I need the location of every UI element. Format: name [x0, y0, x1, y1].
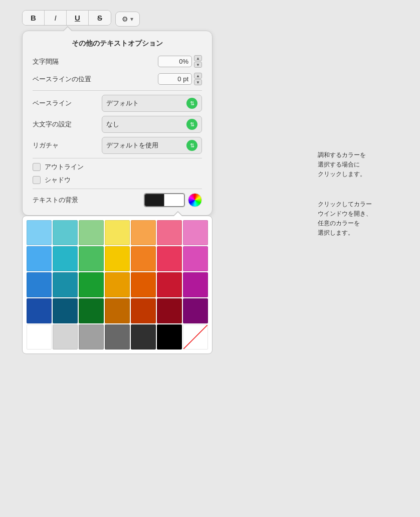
color-cell[interactable] — [27, 246, 52, 271]
color-cell[interactable] — [183, 220, 208, 245]
ligature-label: リガチャ — [33, 141, 59, 150]
character-spacing-row: 文字間隔 ▲ ▼ — [33, 55, 202, 68]
color-cell[interactable] — [27, 272, 52, 297]
capitalization-dropdown[interactable]: なし ⇅ — [102, 116, 202, 133]
panel-title: その他のテキストオプション — [33, 39, 202, 48]
color-cell[interactable] — [157, 272, 182, 297]
color-cell[interactable] — [79, 220, 104, 245]
color-cell[interactable] — [157, 246, 182, 271]
color-cell[interactable] — [183, 246, 208, 271]
character-spacing-stepper: ▲ ▼ — [158, 55, 202, 68]
color-cell[interactable] — [53, 220, 78, 245]
bold-button[interactable]: B — [23, 11, 45, 25]
color-cell[interactable] — [105, 324, 130, 350]
baseline-position-up[interactable]: ▲ — [194, 73, 202, 79]
color-cell[interactable] — [131, 220, 156, 245]
color-cell[interactable] — [157, 220, 182, 245]
color-cell[interactable] — [131, 298, 156, 323]
color-cell[interactable] — [53, 272, 78, 297]
character-spacing-up[interactable]: ▲ — [194, 55, 202, 61]
outline-label: アウトライン — [45, 162, 84, 171]
italic-button[interactable]: I — [45, 11, 67, 25]
color-cell[interactable] — [105, 220, 130, 245]
color-cell[interactable] — [105, 298, 130, 323]
gear-icon: ⚙ — [122, 15, 128, 23]
strikethrough-button[interactable]: S — [89, 11, 111, 25]
baseline-position-arrows: ▲ ▼ — [194, 73, 202, 85]
color-cell[interactable] — [79, 246, 104, 271]
color-cell[interactable] — [183, 324, 208, 350]
color-cell[interactable] — [53, 246, 78, 271]
capitalization-dropdown-icon: ⇅ — [186, 119, 197, 130]
character-spacing-arrows: ▲ ▼ — [194, 55, 202, 68]
baseline-position-label: ベースラインの位置 — [33, 75, 91, 84]
color-cell[interactable] — [105, 272, 130, 297]
annotation-area: 調和するカラーを選択する場合にクリックします。 クリックしてカラーウインドウを開… — [318, 10, 398, 354]
text-background-row: テキストの背景 — [33, 193, 202, 207]
color-palette-section — [22, 216, 213, 354]
capitalization-row: 大文字の設定 なし ⇅ — [33, 116, 202, 133]
ligature-row: リガチャ デフォルトを使用 ⇅ — [33, 137, 202, 154]
ligature-dropdown-icon: ⇅ — [186, 140, 197, 151]
divider-1 — [33, 90, 202, 91]
color-cell[interactable] — [27, 220, 52, 245]
baseline-position-down[interactable]: ▼ — [194, 79, 202, 85]
baseline-position-row: ベースラインの位置 ▲ ▼ — [33, 73, 202, 85]
color-swatch-container — [144, 193, 202, 207]
color-cell[interactable] — [53, 298, 78, 323]
svg-line-0 — [183, 325, 207, 349]
color-cell[interactable] — [157, 324, 182, 350]
color-cell[interactable] — [183, 272, 208, 297]
color-cell[interactable] — [157, 298, 182, 323]
capitalization-value: なし — [106, 120, 119, 129]
color-wheel-button[interactable] — [188, 193, 202, 207]
color-cell[interactable] — [79, 272, 104, 297]
annotation-first: 調和するカラーを選択する場合にクリックします。 — [318, 150, 398, 180]
color-cell[interactable] — [131, 246, 156, 271]
baseline-dropdown[interactable]: デフォルト ⇅ — [102, 95, 202, 112]
character-spacing-down[interactable]: ▼ — [194, 62, 202, 68]
color-cell[interactable] — [105, 246, 130, 271]
color-cell[interactable] — [53, 324, 78, 350]
character-spacing-input[interactable] — [158, 56, 192, 67]
color-grid — [27, 220, 208, 350]
text-options-panel: その他のテキストオプション 文字間隔 ▲ ▼ ベースラインの位置 — [22, 31, 213, 216]
capitalization-label: 大文字の設定 — [33, 120, 72, 129]
divider-3 — [33, 189, 202, 189]
color-cell[interactable] — [183, 298, 208, 323]
ligature-dropdown[interactable]: デフォルトを使用 ⇅ — [102, 137, 202, 154]
color-cell[interactable] — [27, 298, 52, 323]
color-cell[interactable] — [131, 324, 156, 350]
outline-checkbox[interactable] — [33, 163, 41, 171]
baseline-label: ベースライン — [33, 99, 72, 108]
baseline-position-input[interactable] — [158, 73, 192, 85]
shadow-label: シャドウ — [45, 176, 71, 185]
annotation-second: クリックしてカラーウインドウを開き、任意のカラーを選択します。 — [318, 200, 398, 238]
color-swatch-black[interactable] — [144, 194, 164, 207]
shadow-checkbox[interactable] — [33, 176, 41, 184]
ligature-value: デフォルトを使用 — [106, 141, 158, 150]
color-cell[interactable] — [27, 324, 52, 350]
divider-2 — [33, 158, 202, 158]
color-cell[interactable] — [79, 324, 104, 350]
baseline-row: ベースライン デフォルト ⇅ — [33, 95, 202, 112]
underline-button[interactable]: U — [67, 11, 89, 25]
shadow-row: シャドウ — [33, 176, 202, 185]
gear-button[interactable]: ⚙ ▾ — [115, 12, 140, 27]
outline-row: アウトライン — [33, 162, 202, 171]
gear-arrow-icon: ▾ — [130, 16, 133, 23]
color-cell[interactable] — [131, 272, 156, 297]
text-format-toolbar: B I U S — [22, 10, 111, 26]
color-cell[interactable] — [79, 298, 104, 323]
baseline-value: デフォルト — [106, 99, 139, 108]
baseline-position-stepper: ▲ ▼ — [158, 73, 202, 85]
baseline-dropdown-icon: ⇅ — [186, 98, 197, 109]
text-background-label: テキストの背景 — [33, 196, 78, 205]
color-swatch-white[interactable] — [164, 194, 184, 207]
character-spacing-label: 文字間隔 — [33, 57, 59, 66]
